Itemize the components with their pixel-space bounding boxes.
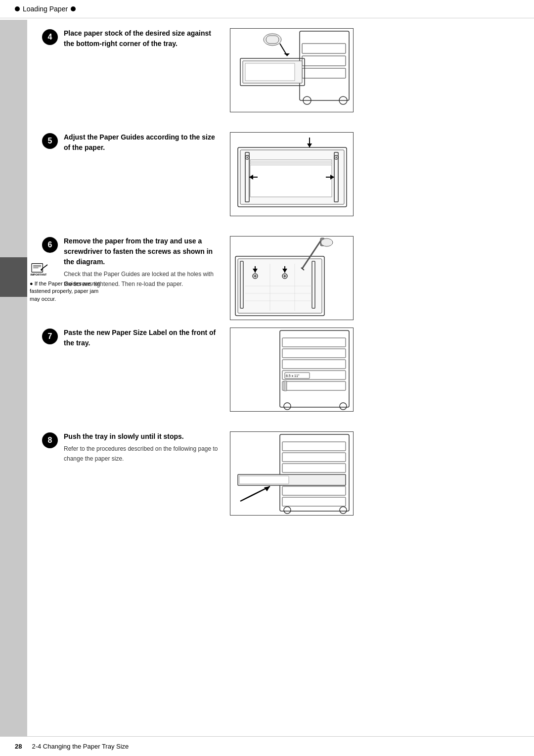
step-8-text: Push the tray in slowly until it stops. … xyxy=(64,431,220,463)
step-8-subtext: Refer to the procedures described on the… xyxy=(64,445,218,462)
step-7-instruction: Paste the new Paper Size Label on the fr… xyxy=(64,328,220,348)
svg-rect-78 xyxy=(239,476,289,484)
step-6-diagram xyxy=(230,236,354,320)
step-7-number: 7 xyxy=(42,329,58,344)
page-footer: 28 2-4 Changing the Paper Tray Size xyxy=(0,736,534,756)
svg-rect-17 xyxy=(266,36,279,44)
step-7-diagram: 8.5 x 11" xyxy=(230,328,354,412)
step-5-svg xyxy=(230,133,354,216)
svg-rect-65 xyxy=(282,360,346,369)
svg-rect-74 xyxy=(282,442,346,451)
step-6-svg xyxy=(230,236,354,320)
svg-rect-63 xyxy=(282,338,346,347)
step-5-row: 5 Adjust the Paper Guides according to t… xyxy=(42,132,519,216)
step-5-left: 5 Adjust the Paper Guides according to t… xyxy=(42,132,230,155)
step-5-number: 5 xyxy=(42,133,58,149)
step-8-row: 8 Push the tray in slowly until it stops… xyxy=(42,431,519,516)
svg-marker-38 xyxy=(307,143,312,147)
step-7-svg: 8.5 x 11" xyxy=(230,328,354,412)
step-5-text: Adjust the Paper Guides according to the… xyxy=(64,132,220,155)
svg-rect-25 xyxy=(250,161,332,163)
page-header: Loading Paper xyxy=(0,0,534,18)
sidebar-tab xyxy=(0,257,27,297)
step-4-row: 4 Place paper stock of the desired size … xyxy=(42,28,519,112)
svg-rect-8 xyxy=(302,44,346,53)
svg-rect-76 xyxy=(282,464,346,472)
svg-point-81 xyxy=(284,507,291,514)
svg-rect-67 xyxy=(282,381,346,390)
step-4-diagram xyxy=(230,28,354,112)
svg-text:8.5 x 11": 8.5 x 11" xyxy=(286,374,300,378)
step-7-left: 7 Paste the new Paper Size Label on the … xyxy=(42,328,230,350)
important-svg: IMPORTANT xyxy=(30,262,49,277)
svg-point-82 xyxy=(340,507,347,514)
footer-chapter-title: 2-4 Changing the Paper Tray Size xyxy=(32,743,129,750)
important-note: IMPORTANT ● If the Paper Guides are not … xyxy=(30,262,109,303)
svg-rect-83 xyxy=(282,486,346,495)
sidebar-strip xyxy=(0,20,27,736)
step-7-illustration: 8.5 x 11" xyxy=(230,328,358,412)
footer-page-number: 28 xyxy=(15,743,22,750)
svg-rect-10 xyxy=(302,68,346,78)
svg-rect-26 xyxy=(250,164,332,165)
svg-rect-84 xyxy=(282,497,346,506)
step-7-row: 7 Paste the new Paper Size Label on the … xyxy=(42,328,519,412)
step-5-illustration xyxy=(230,132,358,216)
step-5-instruction: Adjust the Paper Guides according to the… xyxy=(64,132,220,153)
svg-rect-13 xyxy=(245,63,295,81)
step-4-number: 4 xyxy=(42,29,58,45)
step-6-row: 6 Remove the paper from the tray and use… xyxy=(42,236,519,320)
header-bullet-right xyxy=(71,6,76,11)
important-icon: IMPORTANT xyxy=(30,262,109,277)
step-6-number: 6 xyxy=(42,237,58,253)
step-4-instruction: Place paper stock of the desired size ag… xyxy=(64,28,220,49)
important-text: ● If the Paper Guides are not fastened p… xyxy=(30,280,109,303)
svg-rect-9 xyxy=(302,56,346,66)
step-4-left: 4 Place paper stock of the desired size … xyxy=(42,28,230,51)
svg-rect-72 xyxy=(284,381,287,391)
step-8-left: 8 Push the tray in slowly until it stops… xyxy=(42,431,230,463)
step-8-illustration xyxy=(230,431,358,516)
step-8-number: 8 xyxy=(42,432,58,448)
svg-point-54 xyxy=(321,238,333,246)
svg-point-71 xyxy=(340,403,347,410)
step-7-text: Paste the new Paper Size Label on the fr… xyxy=(64,328,220,350)
svg-point-70 xyxy=(284,403,291,410)
step-5-diagram xyxy=(230,132,354,216)
step-4-svg xyxy=(230,29,354,112)
step-8-diagram xyxy=(230,431,354,516)
svg-rect-64 xyxy=(282,349,346,358)
step-8-instruction: Push the tray in slowly until it stops. xyxy=(64,431,220,442)
svg-rect-75 xyxy=(282,453,346,462)
step-6-illustration xyxy=(230,236,358,320)
header-title: Loading Paper xyxy=(23,5,68,13)
step-4-text: Place paper stock of the desired size ag… xyxy=(64,28,220,51)
step-4-illustration xyxy=(230,28,358,112)
header-bullet-left xyxy=(15,6,20,11)
step-8-svg xyxy=(230,432,354,516)
svg-text:IMPORTANT: IMPORTANT xyxy=(31,273,47,276)
svg-marker-15 xyxy=(284,53,290,56)
